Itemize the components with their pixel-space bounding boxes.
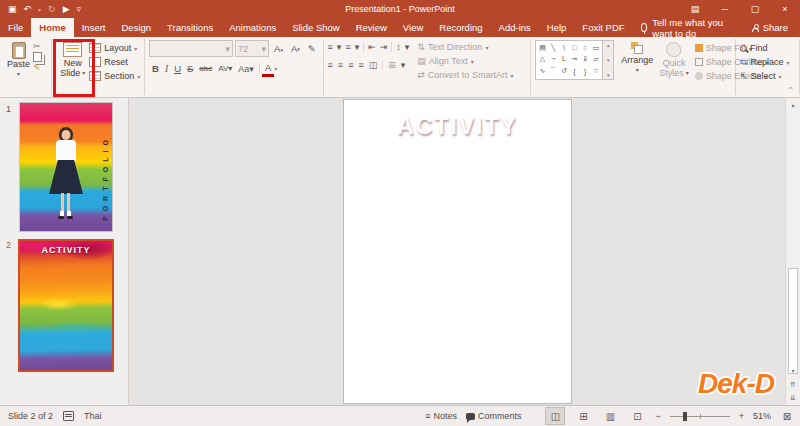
tab-view[interactable]: View: [395, 18, 431, 37]
character-spacing-button[interactable]: AV▾: [215, 62, 235, 76]
tab-add-ins[interactable]: Add-ins: [491, 18, 539, 37]
cut-icon[interactable]: ✂: [33, 41, 42, 51]
align-left-icon[interactable]: ≡: [328, 60, 333, 70]
normal-view-button[interactable]: ◫: [545, 407, 565, 425]
layout-button[interactable]: Layout ▾: [89, 41, 140, 55]
shape-freeform-icon[interactable]: ∿: [540, 67, 546, 75]
font-color-caret-icon[interactable]: ▾: [274, 65, 277, 72]
numbering-icon[interactable]: ≡: [345, 42, 350, 52]
shape-arc-icon[interactable]: ⌒: [550, 66, 557, 76]
bold-button[interactable]: B: [149, 62, 162, 76]
copy-icon[interactable]: [33, 52, 42, 62]
customize-qat-icon[interactable]: ▿: [77, 4, 82, 14]
grow-font-button[interactable]: A▴: [271, 42, 286, 56]
next-slide-icon[interactable]: ⇊: [786, 392, 800, 404]
shape-oval-icon[interactable]: ○: [583, 44, 587, 51]
select-button[interactable]: ↖ Select ▾: [740, 69, 790, 83]
shape-rounded-rectangle-icon[interactable]: ▭: [593, 44, 600, 52]
shape-brace-left-icon[interactable]: {: [573, 68, 575, 75]
font-name-combo[interactable]: ▾: [149, 40, 233, 57]
shape-arrow-down-icon[interactable]: ⇓: [582, 55, 588, 63]
shape-rectangle-icon[interactable]: □: [572, 44, 576, 51]
arrange-button[interactable]: Arrange ▾: [618, 40, 656, 77]
underline-button[interactable]: U: [171, 62, 184, 76]
shape-line2-icon[interactable]: ∖: [562, 44, 566, 52]
scroll-down-icon[interactable]: ▾: [786, 364, 800, 376]
ribbon-display-options-icon[interactable]: ▤: [680, 0, 710, 18]
bullets-icon[interactable]: ≡: [328, 42, 333, 52]
shape-elbow-icon[interactable]: ¬: [551, 55, 555, 62]
tab-file[interactable]: File: [0, 18, 31, 37]
slide-show-view-button[interactable]: ⊡: [628, 408, 646, 424]
shape-curve-icon[interactable]: ↺: [561, 67, 567, 75]
share-button[interactable]: Share: [740, 18, 800, 37]
shapes-gallery[interactable]: ▤ ╲ ∖ □ ○ ▭ △ ¬ L ⇒ ⇓ ▱ ∿ ⌒ ↺ { }: [535, 40, 603, 80]
shape-parallelogram-icon[interactable]: ▱: [593, 55, 598, 63]
tab-design[interactable]: Design: [113, 18, 159, 37]
tab-home[interactable]: Home: [31, 18, 73, 37]
shrink-font-button[interactable]: A▾: [288, 42, 303, 56]
zoom-slider[interactable]: [670, 416, 730, 417]
text-direction-button[interactable]: ⇅ Text Direction ▾: [417, 40, 513, 54]
gallery-more-icon[interactable]: ▾: [607, 72, 610, 78]
scroll-up-icon[interactable]: ▴: [786, 98, 800, 110]
fit-slide-to-window-icon[interactable]: ⊠: [780, 408, 794, 424]
proofing-icon[interactable]: [63, 411, 74, 421]
find-button[interactable]: Find: [740, 41, 790, 55]
clear-formatting-icon[interactable]: ✎: [305, 42, 319, 56]
zoom-in-button[interactable]: +: [739, 411, 744, 421]
columns-icon[interactable]: ◫: [369, 60, 378, 70]
change-case-button[interactable]: Aa▾: [235, 62, 257, 76]
reading-view-button[interactable]: ▥: [601, 408, 619, 424]
align-text-button[interactable]: ▤ Align Text ▾: [417, 54, 513, 68]
shape-arrow-right-icon[interactable]: ⇒: [572, 55, 578, 63]
line-spacing-icon[interactable]: ↕: [396, 42, 401, 52]
zoom-slider-thumb[interactable]: [683, 412, 687, 421]
undo-icon[interactable]: ↶: [24, 4, 32, 14]
close-button[interactable]: ×: [770, 0, 800, 18]
notes-button[interactable]: ≡ Notes: [425, 411, 457, 421]
tab-transitions[interactable]: Transitions: [159, 18, 221, 37]
font-size-combo[interactable]: 72 ▾: [235, 40, 269, 57]
save-icon[interactable]: ▣: [8, 4, 17, 14]
minimize-button[interactable]: ─: [710, 0, 740, 18]
decrease-indent-icon[interactable]: ⇤: [368, 42, 376, 52]
scrollbar-thumb[interactable]: [788, 268, 798, 374]
gallery-down-icon[interactable]: ▾: [607, 57, 610, 63]
align-center-icon[interactable]: ≡: [338, 60, 343, 70]
start-slideshow-icon[interactable]: ▶: [63, 4, 70, 14]
italic-button[interactable]: I: [162, 62, 171, 76]
replace-button[interactable]: ⇆ Replace ▾: [740, 55, 790, 69]
tab-foxit-pdf[interactable]: Foxit PDF: [574, 18, 632, 37]
shape-star-icon[interactable]: ☆: [593, 67, 599, 75]
shapes-gallery-scrollbar[interactable]: ▴ ▾ ▾: [603, 40, 614, 80]
text-shadow-button[interactable]: abc: [196, 62, 215, 76]
tab-recording[interactable]: Recording: [431, 18, 490, 37]
slide-sorter-view-button[interactable]: ⊞: [574, 408, 592, 424]
increase-indent-icon[interactable]: ⇥: [380, 42, 388, 52]
convert-to-smartart-button[interactable]: ⇄ Convert to SmartArt ▾: [417, 68, 513, 82]
tab-review[interactable]: Review: [348, 18, 395, 37]
slide-counter[interactable]: Slide 2 of 2: [8, 411, 53, 421]
tab-animations[interactable]: Animations: [221, 18, 284, 37]
tab-help[interactable]: Help: [539, 18, 575, 37]
format-painter-icon[interactable]: ✎: [33, 63, 42, 73]
shape-rectangle-select-icon[interactable]: ▤: [539, 44, 546, 52]
tell-me-box[interactable]: Tell me what you want to do: [633, 18, 740, 37]
font-color-button[interactable]: A: [262, 60, 274, 77]
undo-dropdown-icon[interactable]: ▾: [38, 6, 41, 13]
slide-canvas[interactable]: ACTIVITY Dek-D: [129, 98, 786, 406]
language-indicator[interactable]: Thai: [84, 411, 102, 421]
shape-l-icon[interactable]: L: [562, 55, 566, 62]
justify-icon[interactable]: ≡: [358, 60, 363, 70]
paste-button[interactable]: Paste ▾: [4, 40, 33, 81]
strikethrough-button[interactable]: S: [184, 62, 196, 76]
zoom-out-button[interactable]: −: [655, 411, 660, 421]
vertical-scrollbar[interactable]: ▴ ▾ ⇈ ⇊: [785, 98, 800, 406]
shape-line-icon[interactable]: ╲: [551, 44, 555, 52]
previous-slide-icon[interactable]: ⇈: [786, 379, 800, 391]
new-slide-button[interactable]: New Slide ▾: [56, 40, 89, 80]
reset-button[interactable]: Reset: [89, 55, 140, 69]
current-slide[interactable]: ACTIVITY: [344, 100, 571, 403]
slide-title-text[interactable]: ACTIVITY: [344, 113, 571, 140]
